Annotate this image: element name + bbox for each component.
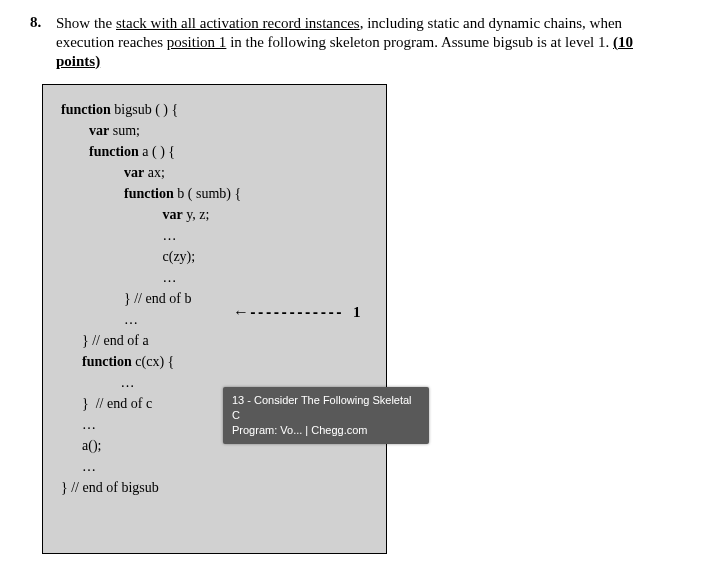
code-line-6: var y, z; bbox=[61, 204, 372, 225]
code-line-2: var sum; bbox=[61, 120, 372, 141]
qtext-u1: stack with all activation record instanc… bbox=[116, 15, 360, 31]
code-box: function bigsub ( ) { var sum; function … bbox=[42, 84, 387, 554]
kw-function: function bbox=[61, 186, 174, 201]
tooltip-line-2: Program: Vo... | Chegg.com bbox=[232, 423, 420, 438]
code-line-1: function bigsub ( ) { bbox=[61, 99, 372, 120]
arrow-dashes: ------------ bbox=[249, 303, 343, 323]
browser-tooltip: 13 - Consider The Following Skeletal C P… bbox=[223, 387, 429, 444]
code-line-4: var ax; bbox=[61, 162, 372, 183]
code-line-8: c(zy); bbox=[61, 246, 372, 267]
code-line-3: function a ( ) { bbox=[61, 141, 372, 162]
kw-var: var bbox=[61, 123, 109, 138]
code-text: a ( ) { bbox=[139, 144, 175, 159]
kw-function: function bbox=[61, 102, 111, 117]
tooltip-line-1: 13 - Consider The Following Skeletal C bbox=[232, 393, 420, 423]
code-text: bigsub ( ) { bbox=[111, 102, 178, 117]
code-line-14: function c(cx) { bbox=[61, 351, 372, 372]
code-text: ax; bbox=[144, 165, 165, 180]
code-line-19: … bbox=[61, 456, 372, 477]
code-line-9: … bbox=[61, 267, 372, 288]
kw-function: function bbox=[61, 354, 132, 369]
question-text: Show the stack with all activation recor… bbox=[56, 14, 671, 70]
code-line-12: } // end of a bbox=[61, 330, 372, 351]
code-text: c(cx) { bbox=[132, 354, 174, 369]
code-line-20: } // end of bigsub bbox=[61, 477, 372, 498]
qtext-pre: Show the bbox=[56, 15, 116, 31]
qtext-mid2: in the following skeleton program. Assum… bbox=[226, 34, 613, 50]
arrow-label: 1 bbox=[353, 301, 361, 324]
qtext-u2: position 1 bbox=[167, 34, 227, 50]
kw-var: var bbox=[61, 165, 144, 180]
question-row: 8. Show the stack with all activation re… bbox=[30, 14, 671, 70]
question-number: 8. bbox=[30, 14, 56, 31]
code-line-7: … bbox=[61, 225, 372, 246]
kw-function: function bbox=[61, 144, 139, 159]
code-text: y, z; bbox=[183, 207, 210, 222]
code-line-5: function b ( sumb) { bbox=[61, 183, 372, 204]
kw-var: var bbox=[61, 207, 183, 222]
code-text: b ( sumb) { bbox=[174, 186, 241, 201]
page: 8. Show the stack with all activation re… bbox=[0, 0, 701, 583]
position-1-arrow: ←------------ 1 bbox=[233, 300, 360, 324]
arrow-left-icon: ← bbox=[233, 300, 249, 324]
code-text: sum; bbox=[109, 123, 140, 138]
